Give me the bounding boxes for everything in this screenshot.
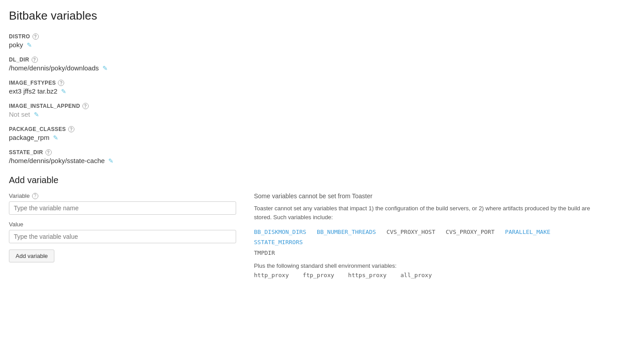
add-variable-button[interactable]: Add variable (9, 249, 54, 262)
variable-name-label: Variable ? (9, 192, 236, 199)
page-title: Bitbake variables (9, 9, 625, 23)
add-variable-form-area: Variable ? Value Add variable Some varia… (9, 192, 625, 278)
sstate-dir-help-icon[interactable]: ? (45, 149, 52, 155)
var-image-install-append-label: IMAGE_INSTALL_append ? (9, 103, 625, 109)
distro-edit-icon[interactable]: ✎ (27, 41, 32, 49)
add-variable-form: Variable ? Value Add variable (9, 192, 236, 262)
sstate-dir-edit-icon[interactable]: ✎ (108, 157, 114, 164)
env-var-4: all_proxy (401, 272, 432, 278)
restricted-var-6: SSTATE_MIRRORS (254, 239, 303, 245)
image-fstypes-edit-icon[interactable]: ✎ (61, 88, 66, 95)
var-dl-dir: DL_DIR ? /home/dennis/poky/downloads ✎ (9, 57, 625, 72)
variable-value-label: Value (9, 221, 236, 228)
restricted-var-5: PARALLEL_MAKE (505, 229, 551, 235)
var-sstate-dir-label: SSTATE_DIR ? (9, 149, 625, 155)
var-distro-value: poky ✎ (9, 41, 625, 49)
env-vars: http_proxy ftp_proxy https_proxy all_pro… (254, 272, 601, 278)
dl-dir-help-icon[interactable]: ? (32, 57, 38, 63)
package-classes-help-icon[interactable]: ? (68, 126, 74, 132)
env-var-1: http_proxy (254, 272, 289, 278)
variable-name-group: Variable ? (9, 192, 236, 215)
variable-name-input[interactable] (9, 201, 236, 215)
restricted-var-7: TMPDIR (254, 249, 275, 256)
distro-help-icon[interactable]: ? (33, 33, 39, 40)
restricted-var-3: CVS_PROXY_HOST (386, 229, 435, 235)
restricted-vars: BB_DISKMON_DIRS BB_NUMBER_THREADS CVS_PR… (254, 227, 601, 258)
info-heading: Some variables cannot be set from Toaste… (254, 192, 601, 200)
variables-list: DISTRO ? poky ✎ DL_DIR ? /home/dennis/po… (9, 33, 625, 164)
var-image-fstypes: IMAGE_FSTYPES ? ext3 jffs2 tar.bz2 ✎ (9, 80, 625, 95)
restricted-var-4: CVS_PROXY_PORT (446, 229, 495, 235)
info-panel: Some variables cannot be set from Toaste… (254, 192, 601, 278)
env-var-3: https_proxy (348, 272, 386, 278)
restricted-var-1: BB_DISKMON_DIRS (254, 229, 306, 235)
var-image-install-append: IMAGE_INSTALL_append ? Not set ✎ (9, 103, 625, 118)
env-var-2: ftp_proxy (303, 272, 334, 278)
var-image-fstypes-value: ext3 jffs2 tar.bz2 ✎ (9, 87, 625, 95)
package-classes-edit-icon[interactable]: ✎ (53, 134, 58, 141)
var-dl-dir-value: /home/dennis/poky/downloads ✎ (9, 64, 625, 72)
variable-value-group: Value (9, 221, 236, 243)
image-install-append-edit-icon[interactable]: ✎ (34, 111, 39, 118)
var-package-classes-value: package_rpm ✎ (9, 134, 625, 141)
variable-value-input[interactable] (9, 230, 236, 243)
var-distro-label: DISTRO ? (9, 33, 625, 40)
var-image-fstypes-label: IMAGE_FSTYPES ? (9, 80, 625, 86)
image-install-append-help-icon[interactable]: ? (82, 103, 89, 109)
var-package-classes: PACKAGE_CLASSES ? package_rpm ✎ (9, 126, 625, 141)
variable-name-help-icon[interactable]: ? (32, 193, 38, 199)
restricted-var-2: BB_NUMBER_THREADS (317, 229, 376, 235)
env-text: Plus the following standard shell enviro… (254, 262, 601, 269)
dl-dir-edit-icon[interactable]: ✎ (102, 65, 108, 72)
var-distro: DISTRO ? poky ✎ (9, 33, 625, 49)
var-image-install-append-value: Not set ✎ (9, 110, 625, 118)
var-sstate-dir-value: /home/dennis/poky/sstate-cache ✎ (9, 157, 625, 164)
image-fstypes-help-icon[interactable]: ? (58, 80, 64, 86)
var-dl-dir-label: DL_DIR ? (9, 57, 625, 63)
add-variable-title: Add variable (9, 175, 625, 185)
var-package-classes-label: PACKAGE_CLASSES ? (9, 126, 625, 132)
var-sstate-dir: SSTATE_DIR ? /home/dennis/poky/sstate-ca… (9, 149, 625, 164)
info-description: Toaster cannot set any variables that im… (254, 204, 601, 221)
